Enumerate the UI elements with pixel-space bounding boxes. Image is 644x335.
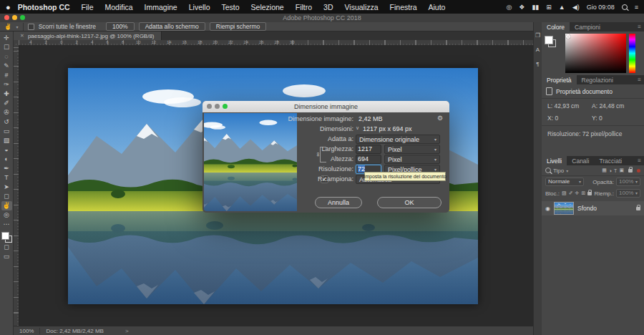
menu-item[interactable]: Filtro [290, 3, 318, 11]
foreground-background-swatches[interactable] [1, 232, 12, 243]
hue-slider[interactable] [629, 34, 635, 73]
menubar-status-icon[interactable]: ❖ [519, 4, 525, 11]
menu-item[interactable]: Aiuto [423, 3, 452, 11]
menu-item[interactable]: Modifica [99, 3, 138, 11]
marquee-tool[interactable]: ☐ [1, 43, 12, 52]
menu-item[interactable]: Finestra [384, 3, 423, 11]
filter-lock-icon[interactable] [628, 169, 633, 173]
height-input[interactable]: 694 [356, 155, 381, 164]
zoom-tool[interactable]: ◎ [1, 210, 12, 220]
screen-mode-button[interactable]: ▭ [1, 252, 12, 261]
menubar-status-icon[interactable]: ◎ [506, 4, 512, 11]
history-panel-icon[interactable]: ❐ [535, 32, 540, 39]
layer-filter-icon[interactable]: ◑ [609, 168, 612, 173]
fill-field[interactable]: 100%▾ [616, 189, 640, 198]
fit-screen-button[interactable]: Adatta allo schermo [139, 22, 205, 31]
history-brush-tool[interactable]: ↺ [1, 117, 12, 127]
dodge-tool[interactable]: ◐ [1, 155, 12, 164]
tab-campioni[interactable]: Campioni [570, 22, 605, 31]
layer-filter-icon[interactable]: T [614, 168, 617, 173]
foreground-color-swatch[interactable] [1, 232, 9, 240]
zoom-100-button[interactable]: 100% [106, 22, 135, 31]
layer-filter-icon[interactable]: ▦ [602, 168, 607, 173]
opacity-field[interactable]: 100%▾ [616, 178, 640, 186]
zoom-level-field[interactable]: 100% [19, 328, 34, 334]
paragraph-panel-icon[interactable]: ¶ [536, 61, 539, 67]
edit-toolbar[interactable]: ⋯ [1, 220, 12, 229]
tab-colore[interactable]: Colore [542, 22, 570, 31]
layer-filter-label[interactable]: Tipo [553, 168, 564, 174]
character-panel-icon[interactable]: A [536, 47, 540, 53]
blur-tool[interactable]: ◒ [1, 145, 12, 155]
type-tool[interactable]: T [1, 173, 12, 183]
brush-tool[interactable]: ✐ [1, 99, 12, 108]
document-tab[interactable]: ✕ paesaggio-alpi-think-1217-2.jpg @ 100%… [14, 31, 162, 40]
lock-option-icon[interactable]: ✛ [575, 190, 580, 196]
window-minimize-button[interactable] [12, 15, 17, 20]
filter-caret-icon[interactable]: ▾ [566, 168, 568, 173]
fill-screen-button[interactable]: Riempi schermo [210, 22, 266, 31]
pen-tool[interactable]: ✒ [1, 164, 12, 173]
menu-item[interactable]: Selezione [245, 3, 290, 11]
quick-mask-button[interactable]: ◻ [1, 243, 12, 252]
scroll-all-windows-checkbox[interactable] [28, 24, 34, 30]
shape-tool[interactable]: ◻ [1, 192, 12, 201]
height-unit-select[interactable]: Pixel▾ [384, 155, 440, 164]
foreground-swatch[interactable] [545, 36, 553, 44]
tab-tracciati[interactable]: Tracciati [594, 156, 627, 165]
lock-option-icon[interactable]: ▨ [562, 190, 567, 196]
menu-item[interactable]: Photoshop CC [12, 3, 76, 11]
color-cursor[interactable] [566, 34, 570, 39]
saturation-field[interactable] [565, 34, 626, 73]
hand-tool[interactable]: ✌ [1, 201, 12, 210]
menu-item[interactable]: Immagine [139, 3, 183, 11]
menu-item[interactable]: Visualizza [339, 3, 384, 11]
image-preview[interactable] [204, 113, 297, 211]
tab-canali[interactable]: Canali [567, 156, 594, 165]
panel-menu-icon[interactable]: ≡ [638, 77, 641, 83]
dimensions-chevron-icon[interactable]: ∨ [356, 125, 359, 131]
lasso-tool[interactable]: ◌ [1, 52, 12, 62]
dialog-minimize-button[interactable] [215, 104, 220, 109]
width-input[interactable]: 1217 [356, 145, 381, 154]
tab-proprieta[interactable]: Proprietà [542, 75, 577, 84]
move-tool[interactable]: ✛ [1, 34, 12, 43]
lock-option-icon[interactable]: ⊞ [581, 190, 585, 196]
spotlight-icon[interactable] [622, 4, 628, 10]
path-selection-tool[interactable]: ➤ [1, 183, 12, 192]
menubar-status-icon[interactable]: ◀) [572, 4, 580, 11]
quick-selection-tool[interactable]: ✎ [1, 62, 12, 71]
panel-menu-icon[interactable]: ≡ [638, 157, 641, 164]
crop-tool[interactable]: # [1, 71, 12, 80]
filter-toggle-icon[interactable] [637, 169, 640, 173]
lock-all-icon[interactable] [587, 192, 592, 195]
menu-item[interactable]: 3D [318, 3, 338, 11]
status-popup-chevron[interactable]: > [125, 328, 129, 334]
notification-center-icon[interactable]: ≡ [635, 4, 638, 11]
blend-mode-select[interactable]: Normale▾ [545, 178, 584, 186]
menu-item[interactable]: Livello [183, 3, 216, 11]
menubar-clock[interactable]: Gio 09:08 [587, 4, 615, 11]
healing-brush-tool[interactable]: ✚ [1, 89, 12, 99]
layer-filter-icon[interactable]: ▣ [619, 168, 624, 173]
eyedropper-tool[interactable]: ✑ [1, 80, 12, 89]
layer-row-sfondo[interactable]: ◉ Sfondo [542, 201, 644, 215]
color-swatches-mini[interactable] [545, 36, 556, 47]
layer-visibility-eye-icon[interactable]: ◉ [545, 205, 550, 212]
tab-close-icon[interactable]: ✕ [20, 33, 24, 39]
menubar-status-icon[interactable]: ⊞ [546, 4, 552, 11]
tab-livelli[interactable]: Livelli [542, 156, 567, 165]
dialog-close-button[interactable] [207, 104, 212, 109]
gradient-tool[interactable]: ▧ [1, 136, 12, 145]
fit-to-select[interactable]: Dimensione originale▾ [356, 135, 440, 144]
menu-item[interactable]: File [76, 3, 99, 11]
eraser-tool[interactable]: ▭ [1, 127, 12, 136]
width-unit-select[interactable]: Pixel▾ [384, 145, 440, 154]
ok-button[interactable]: OK [377, 197, 441, 208]
apple-menu-icon[interactable]: ● [6, 3, 12, 11]
lock-option-icon[interactable]: ✐ [569, 190, 573, 196]
clone-stamp-tool[interactable]: ✇ [1, 108, 12, 117]
gear-icon[interactable]: ⚙ [437, 115, 443, 122]
panel-menu-icon[interactable]: ≡ [638, 24, 641, 30]
menu-item[interactable]: Testo [215, 3, 245, 11]
